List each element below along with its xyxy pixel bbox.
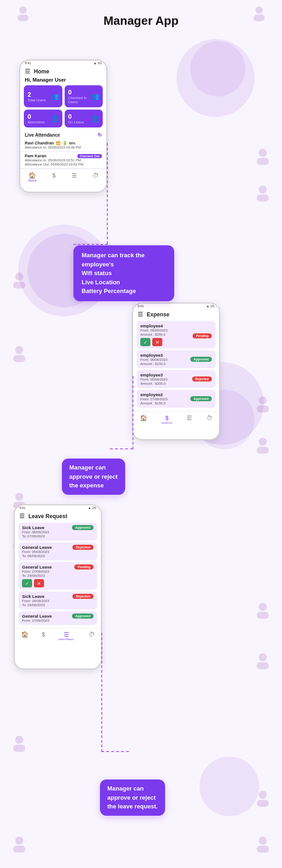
leave-header-label: Leave Request xyxy=(28,513,67,520)
bottom-nav-2: 🏠 $ Expense ☰ ⏱ xyxy=(133,411,219,426)
svg-rect-25 xyxy=(13,745,25,752)
nav-home-1[interactable]: 🏠 Home xyxy=(28,172,37,182)
svg-point-14 xyxy=(259,437,267,446)
exp-badge-1: Approved xyxy=(190,357,212,362)
leave-row-3: Sick Leave From: 28/08/2023 To: 28/08/20… xyxy=(18,592,97,609)
stat-num-0: 2 xyxy=(28,91,46,98)
exp-emp-3: employee2 xyxy=(140,392,167,397)
status-right-2: ▲ 2G xyxy=(206,304,215,308)
leave-from-4: From: 27/08/2023 xyxy=(22,619,52,623)
bottom-nav-1: 🏠 Home $ ☰ ⏱ xyxy=(20,169,106,184)
attendance-name-1: Pam Karan Checked Out xyxy=(25,154,102,158)
attendance-detail2-1: Attendance Out: 05/06/2023 03:52 PM xyxy=(25,162,102,166)
nav-time-3[interactable]: ⏱ xyxy=(88,631,94,641)
nav-expense-2[interactable]: $ Expense xyxy=(161,415,172,424)
tooltip-3: Manager can approve or reject the leave … xyxy=(100,780,165,816)
connector-line-1h xyxy=(73,244,108,245)
leave-reject-btn-2[interactable]: ✕ xyxy=(34,579,44,587)
leave-from-2: From: 27/08/2023 xyxy=(22,569,52,574)
nav-time-1[interactable]: ⏱ xyxy=(93,172,99,182)
svg-rect-7 xyxy=(257,194,269,201)
stat-on-leave: 0 On Leave 👤 xyxy=(65,110,103,127)
deco-person-14 xyxy=(253,789,273,809)
nav-time-2[interactable]: ⏱ xyxy=(206,415,212,424)
refresh-icon[interactable]: ↻ xyxy=(98,132,102,138)
leave-phone: 9:41 ▲ 2G ☰ Leave Request Sick Leave Fro… xyxy=(14,504,102,669)
leave-from-1: From: 05/09/2023 xyxy=(22,550,52,554)
nav-expense-3[interactable]: $ xyxy=(42,631,45,641)
stat-label-2: Absentees xyxy=(28,120,45,124)
leave-approve-btn-2[interactable]: ✓ xyxy=(22,579,32,587)
svg-rect-31 xyxy=(257,846,269,852)
stat-total-users: 2 Total Users 👥 xyxy=(24,85,62,107)
status-bar-2: 9:41 ▲ 2G xyxy=(133,304,219,309)
nav-expense-1[interactable]: $ xyxy=(52,172,55,182)
leave-row-2: General Leave From: 27/08/2023 To: 28/08… xyxy=(18,562,97,590)
nav-menu-2[interactable]: ☰ xyxy=(187,415,192,424)
stat-checked-in: 0 Checked In Users 👥 xyxy=(65,85,103,107)
leave-to-3: To: 28/08/2023 xyxy=(22,603,49,607)
nav-menu-1[interactable]: ☰ xyxy=(72,172,77,182)
nav-leave-3[interactable]: ☰ Leave Reque... xyxy=(58,631,75,641)
attendance-row-1: Pam Karan Checked Out Attendance In: 05/… xyxy=(20,152,106,169)
expense-nav-icon-1: $ xyxy=(52,172,55,179)
menu-nav-icon-1: ☰ xyxy=(72,172,77,179)
stat-icon-2: 👤 xyxy=(51,115,59,122)
stat-label-0: Total Users xyxy=(28,98,46,102)
status-left-2: 9:41 xyxy=(138,304,144,308)
leave-badge-1: Rejection xyxy=(72,545,94,550)
checked-out-badge: Checked Out xyxy=(77,154,102,158)
svg-point-12 xyxy=(259,396,267,404)
expense-phone: 9:41 ▲ 2G ☰ Expense employee4 From: 05/0… xyxy=(132,303,220,440)
emp-name-0: Ravi Chandran xyxy=(25,141,54,145)
tooltip-line1-2: Manager can xyxy=(69,464,105,471)
exp-amount-0: Amount : $250.0 xyxy=(140,332,167,337)
exp-emp-2: employee3 xyxy=(140,372,167,377)
phone-header-2: ☰ Expense xyxy=(133,309,219,319)
exp-emp-0: employee4 xyxy=(140,323,167,328)
approve-btn-0[interactable]: ✓ xyxy=(140,338,150,346)
svg-point-4 xyxy=(259,149,267,157)
leave-nav-icon-3: ☰ xyxy=(64,631,69,638)
attendance-detail1-1: Attendance In: 05/06/2023 03:51 PM xyxy=(25,158,102,162)
svg-rect-5 xyxy=(257,158,269,165)
leave-from-3: From: 28/08/2023 xyxy=(22,599,49,603)
home-phone: 9:41 ▲ 2G ☰ Home Hi, Manager User 2 Tota… xyxy=(19,60,107,193)
svg-point-28 xyxy=(15,836,23,845)
svg-rect-29 xyxy=(13,846,25,852)
svg-rect-21 xyxy=(257,612,269,619)
tooltip-line3-2: the expense xyxy=(69,482,104,489)
exp-amount-1: Amount : $150.0 xyxy=(140,362,167,366)
leave-to-0: To: 07/09/2023 xyxy=(22,534,49,538)
svg-rect-11 xyxy=(13,355,25,362)
exp-amount-3: Amount : $150.0 xyxy=(140,401,167,405)
time-nav-icon-1: ⏱ xyxy=(93,172,99,179)
status-left-1: 9:41 xyxy=(25,61,31,65)
stat-icon-3: 👤 xyxy=(91,115,99,122)
home-nav-icon-2: 🏠 xyxy=(140,415,147,421)
leave-nav-label: Leave Reque... xyxy=(58,638,75,641)
leave-row-1: General Leave From: 05/09/2023 To: 06/09… xyxy=(18,542,97,560)
svg-rect-3 xyxy=(254,15,265,21)
phone-header-1: ☰ Home xyxy=(20,66,106,76)
leave-row-0: Sick Leave From: 06/09/2023 To: 07/09/20… xyxy=(18,523,97,541)
svg-point-8 xyxy=(15,272,23,281)
exp-from-0: From: 05/06/2023 xyxy=(140,328,167,332)
leave-badge-0: Approved xyxy=(72,525,94,530)
leave-row-4: General Leave From: 27/08/2023 Approved xyxy=(18,611,97,625)
hamburger-icon-1: ☰ xyxy=(25,68,30,75)
svg-point-26 xyxy=(259,791,267,799)
wifi-icon-0: 📶 xyxy=(56,141,61,145)
nav-home-2[interactable]: 🏠 xyxy=(140,415,147,424)
live-attendance-label: Live Attendance xyxy=(25,133,60,138)
stat-icon-1: 👥 xyxy=(91,93,99,100)
reject-btn-0[interactable]: ✕ xyxy=(152,338,162,346)
bottom-nav-3: 🏠 $ ☰ Leave Reque... ⏱ xyxy=(15,628,101,642)
hamburger-icon-3: ☰ xyxy=(19,513,25,520)
stat-icon-0: 👥 xyxy=(51,93,59,100)
nav-home-3[interactable]: 🏠 xyxy=(21,631,28,641)
status-left-3: 9:41 xyxy=(19,506,26,509)
tooltip-line1-1: Manager can track the employee's xyxy=(82,252,144,268)
expense-nav-icon-2: $ xyxy=(165,415,168,421)
tooltip-line4-1: Battery Percentage xyxy=(82,287,136,294)
